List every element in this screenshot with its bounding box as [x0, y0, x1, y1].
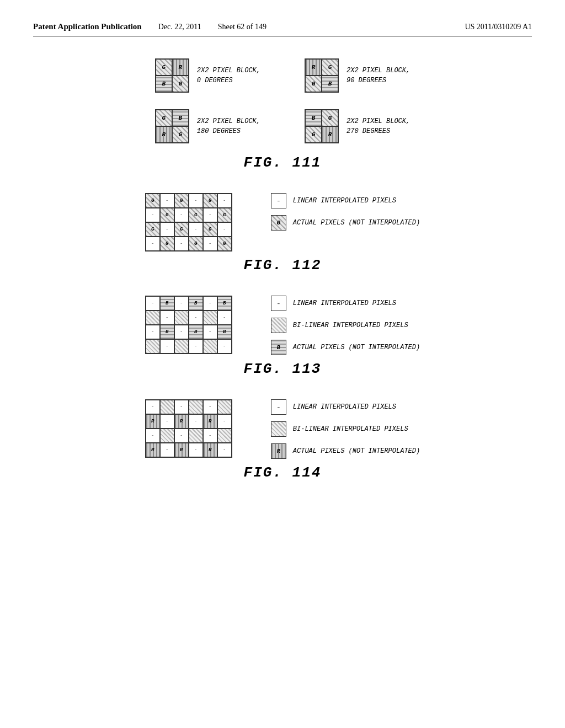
patent-label: Patent Application Publication	[33, 22, 142, 31]
b-c17: -	[203, 325, 217, 339]
label-0deg: 2X2 PIXEL BLOCK,0 DEGREES	[197, 66, 260, 85]
legend-text-linear: LINEAR INTERPOLATED PIXELS	[293, 197, 396, 205]
b-c9	[174, 311, 189, 325]
fig112-label: FIG. 112	[244, 257, 322, 274]
legend113-text-actual: ACTUAL PIXELS (NOT INTERPOLATED)	[293, 344, 420, 351]
c11: -	[203, 208, 217, 222]
block-90deg: R G G B 2X2 PIXEL BLOCK,90 DEGREES	[305, 58, 410, 93]
c14: -	[160, 222, 174, 237]
legend114-box-linear: -	[271, 399, 286, 415]
cell-g2: G	[172, 76, 189, 92]
c6: -	[217, 194, 232, 208]
fig114-grid: - - - R - R - R - - -	[145, 399, 232, 458]
b-c8: -	[160, 311, 174, 325]
legend-item-actual-g: G ACTUAL PIXELS (NOT INTERPOLATED)	[271, 215, 420, 231]
fig112-section: G - G - G - - G - G - G G - G	[33, 193, 532, 274]
b-c24: -	[217, 339, 232, 354]
r-c20: -	[160, 443, 174, 457]
fig113-section: - B - B - B - - - - B - B	[33, 296, 532, 377]
r-c10: -	[189, 414, 203, 429]
b-c23	[203, 339, 217, 354]
b-c19	[146, 339, 160, 354]
c17: G	[203, 222, 217, 237]
fig112-content: G - G - G - - G - G - G G - G	[33, 193, 532, 251]
r-c5: -	[203, 400, 217, 414]
b-c20: -	[160, 339, 174, 354]
main-content: G R B G 2X2 PIXEL BLOCK,0 DEGREES R G G	[33, 58, 532, 486]
fig111-label: FIG. 111	[244, 154, 322, 171]
c10: G	[189, 208, 203, 222]
fig111-row1: G R B G 2X2 PIXEL BLOCK,0 DEGREES R G G	[155, 58, 410, 93]
legend113-box-actual: B	[271, 340, 286, 355]
fig114-section: - - - R - R - R - - -	[33, 399, 532, 481]
grid-90deg: R G G B	[305, 58, 339, 93]
cell-g6: G	[172, 126, 189, 143]
c18: -	[217, 222, 232, 237]
c19: -	[146, 237, 160, 251]
b-c13: -	[146, 325, 160, 339]
cell-r3: R	[156, 126, 172, 143]
b-c1: -	[146, 296, 160, 311]
b-c16: B	[189, 325, 203, 339]
legend-text-actual-g: ACTUAL PIXELS (NOT INTERPOLATED)	[293, 219, 420, 227]
r-c21: R	[174, 443, 189, 457]
cell-r1: R	[172, 59, 189, 76]
r-c14	[160, 429, 174, 443]
legend114-box-bilinear	[271, 421, 286, 437]
c23: -	[203, 237, 217, 251]
legend-box-linear: -	[271, 193, 286, 208]
fig113-grid: - B - B - B - - - - B - B	[145, 296, 232, 354]
b-c4: B	[189, 296, 203, 311]
cell-g3: G	[322, 59, 338, 76]
legend113-item-bilinear: BI-LINEAR INTERPOLATED PIXELS	[271, 318, 420, 333]
b-c2: B	[160, 296, 174, 311]
b-c6: B	[217, 296, 232, 311]
b-c10: -	[189, 311, 203, 325]
label-180deg: 2X2 PIXEL BLOCK,180 DEGREES	[197, 116, 260, 136]
fig111-content: G R B G 2X2 PIXEL BLOCK,0 DEGREES R G G	[155, 58, 410, 149]
fig113-label: FIG. 113	[244, 361, 322, 377]
legend113-text-bilinear: BI-LINEAR INTERPOLATED PIXELS	[293, 322, 408, 329]
r-c17: -	[203, 429, 217, 443]
r-c8: -	[160, 414, 174, 429]
c15: G	[174, 222, 189, 237]
fig113-legend: - LINEAR INTERPOLATED PIXELS BI-LINEAR I…	[271, 296, 420, 355]
b-c22: -	[189, 339, 203, 354]
legend-item-linear: - LINEAR INTERPOLATED PIXELS	[271, 193, 420, 208]
c13: G	[146, 222, 160, 237]
c16: -	[189, 222, 203, 237]
legend114-text-linear: LINEAR INTERPOLATED PIXELS	[293, 403, 396, 411]
r-c19: R	[146, 443, 160, 457]
r-c2	[160, 400, 174, 414]
label-90deg: 2X2 PIXEL BLOCK,90 DEGREES	[347, 66, 410, 85]
cell-g1: G	[156, 59, 172, 76]
b-c3: -	[174, 296, 189, 311]
b-c11	[203, 311, 217, 325]
c2: -	[160, 194, 174, 208]
legend113-item-actual: B ACTUAL PIXELS (NOT INTERPOLATED)	[271, 340, 420, 355]
c5: G	[203, 194, 217, 208]
r-c7: R	[146, 414, 160, 429]
grid-180deg: G B R G	[155, 109, 189, 143]
c7: -	[146, 208, 160, 222]
b-c14: B	[160, 325, 174, 339]
legend113-text-linear: LINEAR INTERPOLATED PIXELS	[293, 299, 396, 307]
cell-g4: G	[305, 76, 322, 92]
grid-0deg: G R B G	[155, 58, 189, 93]
cell-r4: R	[322, 126, 338, 143]
r-c18	[217, 429, 232, 443]
block-270deg: B G G R 2X2 PIXEL BLOCK,270 DEGREES	[305, 109, 410, 143]
b-c21	[174, 339, 189, 354]
legend113-box-linear: -	[271, 296, 286, 311]
b-c5: -	[203, 296, 217, 311]
fig111-row2: G B R G 2X2 PIXEL BLOCK,180 DEGREES B G …	[155, 109, 410, 143]
block-0deg: G R B G 2X2 PIXEL BLOCK,0 DEGREES	[155, 58, 260, 93]
page: Patent Application Publication Dec. 22, …	[0, 0, 565, 728]
grid-270deg: B G G R	[305, 109, 339, 143]
cell-g8: G	[305, 126, 322, 143]
page-header: Patent Application Publication Dec. 22, …	[33, 22, 532, 36]
fig112-legend: - LINEAR INTERPOLATED PIXELS G ACTUAL PI…	[271, 193, 420, 231]
cell-g5: G	[156, 110, 172, 126]
legend114-text-bilinear: BI-LINEAR INTERPOLATED PIXELS	[293, 425, 408, 433]
c21: -	[174, 237, 189, 251]
